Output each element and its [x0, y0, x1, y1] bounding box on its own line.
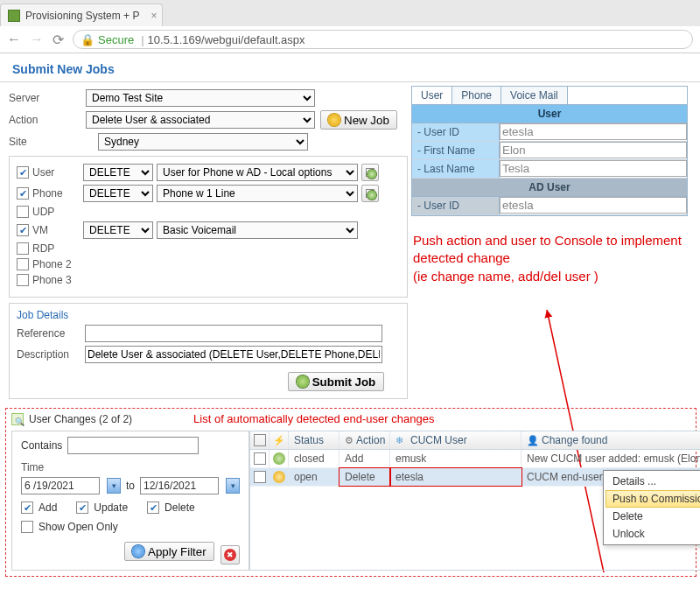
changes-grid: Status Action CUCM User Change found clo…	[249, 431, 700, 571]
user-op-select[interactable]: DELETE	[83, 164, 153, 181]
ctx-push-to-commissioning[interactable]: Push to Commissioning	[606, 490, 700, 508]
col-cucm-user[interactable]: CUCM User	[410, 434, 467, 446]
phone2-label: Phone 2	[32, 258, 80, 270]
col-action[interactable]: Action	[356, 434, 385, 446]
action-select[interactable]: Delete User & associated	[86, 111, 315, 129]
tab-phone[interactable]: Phone	[452, 87, 501, 104]
lock-icon: 🔒	[80, 33, 94, 46]
vm-template-select[interactable]: Basic Voicemail	[157, 221, 358, 239]
phone-label: Phone	[32, 187, 80, 200]
vm-label: VM	[32, 224, 80, 236]
reload-icon[interactable]: ⟳	[52, 32, 64, 48]
site-select[interactable]: Sydney	[98, 133, 308, 151]
back-icon[interactable]: ←	[7, 32, 21, 47]
submit-icon	[297, 375, 309, 388]
filter-update-label: Update	[94, 501, 128, 514]
annotation-caption: List of automatically detected end-user …	[193, 412, 434, 425]
filter-update-checkbox[interactable]	[76, 501, 88, 514]
phone-checkbox[interactable]	[17, 187, 29, 200]
new-job-icon	[328, 114, 340, 126]
status-open-icon	[273, 471, 285, 483]
ctx-unlock[interactable]: Unlock	[606, 525, 700, 543]
cell-action: Add	[340, 450, 390, 467]
close-icon[interactable]: ×	[150, 10, 157, 22]
vm-checkbox[interactable]	[17, 224, 29, 236]
col-status[interactable]: Status	[289, 431, 340, 449]
tab-bar: Provisioning System + P ×	[0, 0, 700, 26]
date-to-input[interactable]: 12/16/2021	[140, 477, 219, 494]
firstname-label: - First Name	[412, 142, 500, 159]
table-row[interactable]: closed Add emusk New CUCM user added: em…	[250, 450, 700, 468]
apply-filter-icon	[132, 545, 144, 557]
phone-op-select[interactable]: DELETE	[83, 185, 153, 202]
filter-add-checkbox[interactable]	[21, 501, 33, 514]
phone-template-select[interactable]: Phone w 1 Line	[157, 185, 358, 202]
job-details-heading: Job Details	[17, 309, 400, 321]
tab-user[interactable]: User	[412, 87, 452, 104]
show-open-only-checkbox[interactable]	[21, 521, 33, 533]
state-col-icon	[273, 434, 285, 446]
tab-voicemail[interactable]: Voice Mail	[501, 87, 568, 104]
ctx-details[interactable]: Details ...	[606, 473, 700, 490]
col-change-found[interactable]: Change found	[542, 434, 607, 446]
browser-tab[interactable]: Provisioning System + P ×	[0, 4, 163, 26]
forward-icon[interactable]: →	[30, 32, 44, 47]
user-template-select[interactable]: User for Phone w AD - Local options	[157, 164, 358, 181]
user-label: User	[32, 166, 80, 179]
to-label: to	[126, 480, 135, 492]
context-menu: Details ... Push to Commissioning Delete…	[603, 470, 700, 545]
section-aduser-heading: AD User	[412, 179, 687, 197]
phone-go-button[interactable]	[361, 185, 379, 202]
date-from-picker-icon[interactable]: ▾	[107, 478, 121, 494]
select-all-checkbox[interactable]	[254, 434, 266, 446]
cell-user: emusk	[390, 450, 522, 467]
phone3-label: Phone 3	[32, 274, 80, 286]
filter-delete-checkbox[interactable]	[147, 501, 159, 514]
ctx-delete[interactable]: Delete	[606, 508, 700, 525]
reference-label: Reference	[17, 327, 85, 340]
user-changes-title: User Changes (2 of 2)	[29, 413, 132, 425]
user-icon	[527, 434, 539, 446]
reference-input[interactable]	[85, 325, 382, 342]
rdp-label: RDP	[32, 242, 80, 255]
cell-status: open	[289, 468, 340, 486]
apply-filter-button[interactable]: Apply Filter	[124, 542, 214, 561]
user-go-button[interactable]	[361, 164, 379, 181]
row-checkbox[interactable]	[254, 452, 266, 465]
rdp-checkbox[interactable]	[17, 242, 29, 255]
time-label: Time	[21, 461, 240, 473]
userid-input[interactable]	[500, 123, 687, 140]
user-changes-icon	[11, 413, 24, 425]
server-label: Server	[9, 92, 86, 104]
favicon-icon	[8, 10, 20, 22]
udp-label: UDP	[32, 206, 80, 218]
address-bar[interactable]: 🔒 Secure | 10.5.1.169/webgui/default.asp…	[73, 30, 693, 49]
submit-job-button[interactable]: Submit Job	[288, 372, 384, 391]
description-label: Description	[17, 348, 85, 361]
show-open-only-label: Show Open Only	[38, 521, 118, 533]
date-from-input[interactable]: 6 /19/2021	[21, 477, 100, 494]
annotation-text: Push action and user to Console to imple…	[411, 216, 688, 285]
contains-input[interactable]	[67, 437, 199, 454]
cell-action: Delete	[340, 468, 390, 486]
lastname-label: - Last Name	[412, 160, 500, 178]
firstname-input[interactable]	[500, 142, 687, 158]
udp-checkbox[interactable]	[17, 206, 29, 218]
description-input[interactable]	[85, 346, 382, 363]
clear-filter-button[interactable]	[220, 545, 240, 564]
section-user-heading: User	[412, 105, 687, 123]
user-checkbox[interactable]	[17, 166, 29, 179]
lastname-input[interactable]	[500, 160, 687, 177]
server-select[interactable]: Demo Test Site	[86, 89, 315, 107]
phone2-checkbox[interactable]	[17, 258, 29, 270]
new-job-button[interactable]: New Job	[320, 110, 397, 130]
cell-user: etesla	[390, 468, 522, 486]
date-to-picker-icon[interactable]: ▾	[226, 478, 240, 494]
ad-userid-label: - User ID	[412, 197, 500, 214]
ad-userid-input[interactable]	[500, 197, 687, 214]
site-label: Site	[9, 136, 86, 148]
status-closed-icon	[273, 452, 285, 465]
row-checkbox[interactable]	[254, 471, 266, 483]
phone3-checkbox[interactable]	[17, 274, 29, 286]
vm-op-select[interactable]: DELETE	[83, 221, 153, 239]
